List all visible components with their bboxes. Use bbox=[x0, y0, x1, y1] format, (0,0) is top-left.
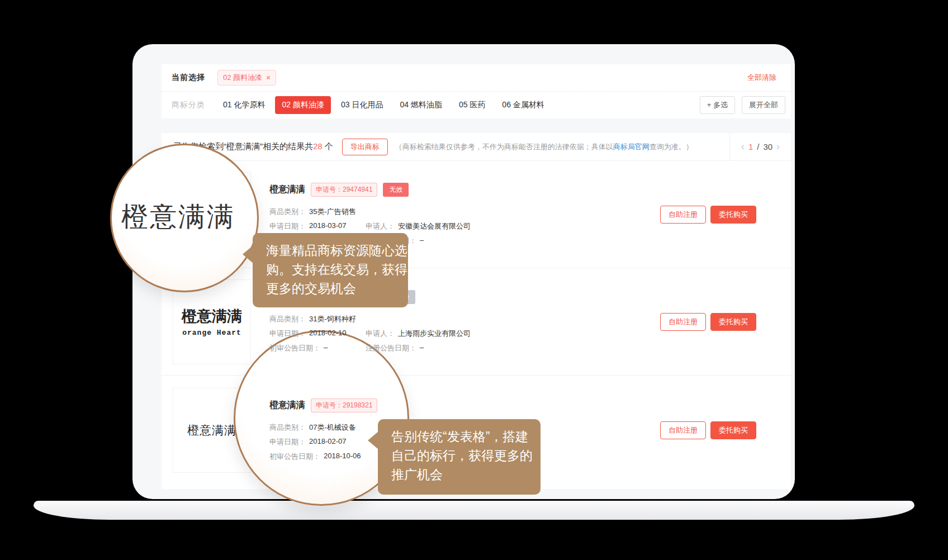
category-item-03[interactable]: 03 日化用品 bbox=[334, 96, 390, 114]
page-separator: / bbox=[757, 142, 759, 151]
self-register-button[interactable]: 自助注册 bbox=[660, 313, 706, 331]
trademark-image-text: 橙意满满 bbox=[187, 423, 236, 438]
close-icon[interactable]: × bbox=[266, 74, 271, 82]
results-summary: 已为您检索到“橙意满满”相关的结果共28 个 导出商标 （商标检索结果仅供参考，… bbox=[162, 133, 729, 160]
applicant-label: 申请人： bbox=[366, 221, 395, 231]
tooltip-line: 购。支持在线交易，获得 bbox=[266, 260, 408, 279]
entrust-buy-button[interactable]: 委托购买 bbox=[710, 421, 756, 439]
tooltip-line: 自己的标行，获得更多的 bbox=[391, 446, 541, 465]
category-item-06[interactable]: 06 金属材料 bbox=[495, 96, 551, 114]
self-register-button[interactable]: 自助注册 bbox=[660, 421, 706, 439]
application-number-pill: 申请号：29198321 bbox=[311, 398, 377, 412]
tooltip-line: 告别传统“发表格”，搭建 bbox=[391, 427, 541, 446]
first-notice-value: – bbox=[324, 343, 328, 353]
row-actions: 自助注册 委托购买 bbox=[660, 206, 756, 224]
stage: 当前选择 02 颜料油漆 × 全部清除 商标分类 01 化学原料 02 颜料油漆… bbox=[0, 0, 948, 560]
status-badge: 无效 bbox=[383, 183, 409, 197]
category-row: 商标分类 01 化学原料 02 颜料油漆 03 日化用品 04 燃料油脂 05 … bbox=[162, 92, 791, 118]
category-field-label: 商品类别： bbox=[269, 423, 306, 433]
applicant-value: 上海雨步实业有限公司 bbox=[398, 329, 471, 339]
results-header: 已为您检索到“橙意满满”相关的结果共28 个 导出商标 （商标检索结果仅供参考，… bbox=[162, 133, 791, 161]
first-notice-label: 初审公告日期： bbox=[269, 452, 320, 462]
magnified-trademark-text: 橙意满满 bbox=[121, 199, 235, 235]
category-item-05[interactable]: 05 医药 bbox=[452, 96, 492, 114]
apply-date-value: 2018-02-07 bbox=[309, 437, 347, 447]
category-item-02-active[interactable]: 02 颜料油漆 bbox=[275, 96, 330, 114]
apply-date-value: 2018-02-10 bbox=[309, 329, 347, 339]
filter-card: 当前选择 02 颜料油漆 × 全部清除 商标分类 01 化学原料 02 颜料油漆… bbox=[162, 64, 791, 118]
next-page-icon[interactable]: › bbox=[776, 141, 780, 153]
selected-filter-tag-label: 02 颜料油漆 bbox=[223, 73, 262, 83]
multi-select-button[interactable]: + 多选 bbox=[700, 96, 735, 114]
apply-date-label: 申请日期： bbox=[269, 437, 306, 447]
category-field-value: 31类-饲料种籽 bbox=[309, 314, 356, 324]
row-actions: 自助注册 委托购买 bbox=[660, 421, 756, 439]
category-field-value: 07类-机械设备 bbox=[309, 423, 356, 433]
results-count: 28 bbox=[313, 141, 323, 151]
entrust-buy-button[interactable]: 委托购买 bbox=[710, 313, 756, 331]
apply-date-value: 2018-03-07 bbox=[309, 221, 347, 231]
export-trademarks-button[interactable]: 导出商标 bbox=[342, 139, 388, 155]
prev-page-icon[interactable]: ‹ bbox=[741, 141, 745, 153]
apply-date-label: 申请日期： bbox=[269, 221, 306, 231]
trademark-image-subtext: orange Heart bbox=[182, 329, 241, 337]
category-label: 商标分类 bbox=[172, 100, 205, 110]
entrust-buy-button[interactable]: 委托购买 bbox=[710, 206, 756, 224]
trademark-name[interactable]: 橙意满满 bbox=[269, 184, 305, 196]
expand-all-button[interactable]: 展开全部 bbox=[742, 96, 785, 114]
self-register-button[interactable]: 自助注册 bbox=[660, 206, 706, 224]
category-item-01[interactable]: 01 化学原料 bbox=[216, 96, 272, 114]
applicant-label: 申请人： bbox=[366, 329, 395, 339]
trademark-office-link[interactable]: 商标局官网 bbox=[613, 143, 650, 151]
pagination: ‹ 1 / 30 › bbox=[729, 133, 791, 160]
current-page: 1 bbox=[748, 142, 753, 151]
magnifier-lens: 橙意满满 bbox=[110, 144, 259, 292]
first-notice-value: 2018-10-06 bbox=[324, 452, 361, 462]
first-notice-label: 初审公告日期： bbox=[269, 343, 320, 353]
category-field-value: 35类-广告销售 bbox=[309, 207, 356, 217]
applicant-value: 安徽美达会展有限公司 bbox=[398, 221, 471, 231]
row-actions: 自助注册 委托购买 bbox=[660, 313, 756, 331]
category-item-04[interactable]: 04 燃料油脂 bbox=[393, 96, 448, 114]
current-selection-label: 当前选择 bbox=[172, 73, 205, 83]
tooltip-marketplace: 海量精品商标资源随心选 购。支持在线交易，获得 更多的交易机会 bbox=[253, 233, 408, 307]
category-field-label: 商品类别： bbox=[269, 314, 306, 324]
apply-date-label: 申请日期： bbox=[269, 329, 306, 339]
category-items: 01 化学原料 02 颜料油漆 03 日化用品 04 燃料油脂 05 医药 06… bbox=[216, 96, 551, 114]
trademark-details: 橙意满满 申请号：29198321 商品类别：07类-机械设备 申请日期：201… bbox=[269, 398, 377, 462]
tooltip-promotion: 告别传统“发表格”，搭建 自己的标行，获得更多的 推广机会 bbox=[378, 419, 541, 495]
current-selection-row: 当前选择 02 颜料油漆 × 全部清除 bbox=[162, 64, 791, 91]
tooltip-line: 海量精品商标资源随心选 bbox=[266, 241, 408, 260]
reg-notice-value: – bbox=[420, 343, 424, 353]
application-number-pill: 申请号：29474941 bbox=[311, 183, 377, 197]
tooltip-line: 推广机会 bbox=[391, 465, 541, 484]
disclaimer-text: （商标检索结果仅供参考，不作为商标能否注册的法律依据；具体以商标局官网查询为准。… bbox=[395, 142, 693, 152]
reg-notice-label: 注册公告日期： bbox=[366, 343, 416, 353]
laptop-base bbox=[34, 501, 914, 520]
tooltip-line: 更多的交易机会 bbox=[266, 279, 408, 298]
clear-all-link[interactable]: 全部清除 bbox=[747, 73, 776, 83]
category-field-label: 商品类别： bbox=[269, 207, 306, 217]
trademark-image-text: 橙意满满 bbox=[182, 306, 242, 326]
selected-filter-tag[interactable]: 02 颜料油漆 × bbox=[217, 70, 276, 86]
total-pages: 30 bbox=[763, 142, 772, 151]
reg-notice-value: – bbox=[420, 236, 424, 246]
trademark-name[interactable]: 橙意满满 bbox=[269, 400, 305, 411]
